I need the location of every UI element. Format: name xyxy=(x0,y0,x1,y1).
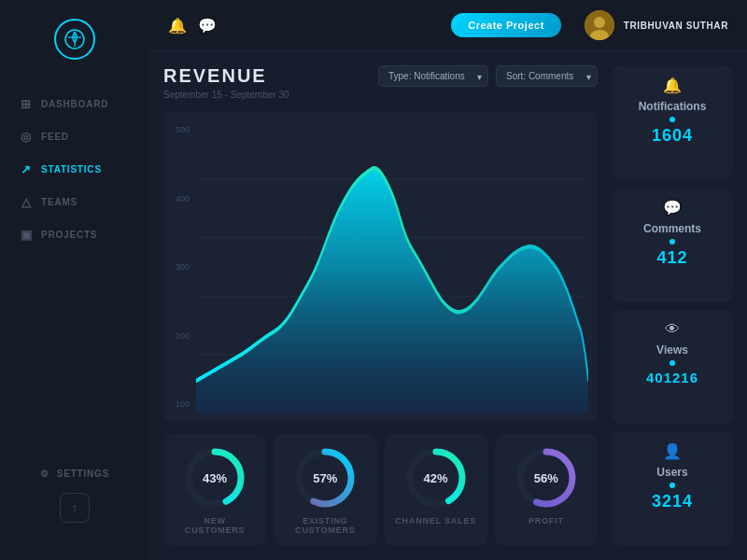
metric-name-views: Views xyxy=(656,343,688,357)
app-container: ⊞ DASHBOARD ◎ FEED ↗ STATISTICS △ TEAMS … xyxy=(0,0,747,560)
create-project-button[interactable]: Create Project xyxy=(451,13,561,37)
svg-point-2 xyxy=(594,17,605,28)
sort-filter[interactable]: Sort: Comments xyxy=(496,65,598,87)
y-label-200: 200 xyxy=(163,331,190,341)
stat-label-new-customers: NEW CUSTOMERS xyxy=(173,516,257,535)
donut-new-customers: 43% xyxy=(182,445,247,511)
donut-existing-customers: 57% xyxy=(292,445,358,511)
avatar xyxy=(585,10,614,40)
metric-dot-users xyxy=(669,483,675,488)
metric-card-comments: 💬 Comments 412 xyxy=(612,188,733,302)
sidebar-label-statistics: STATISTICS xyxy=(41,164,102,175)
sidebar: ⊞ DASHBOARD ◎ FEED ↗ STATISTICS △ TEAMS … xyxy=(0,0,149,560)
stat-card-new-customers: 43% NEW CUSTOMERS xyxy=(163,434,266,546)
chart-y-labels: 100 200 300 400 500 xyxy=(163,120,190,413)
sidebar-bottom: ⚙ SETTINGS ↑ xyxy=(21,450,128,541)
metric-card-users: 👤 Users 3214 xyxy=(612,431,733,546)
bottom-stats: 43% NEW CUSTOMERS xyxy=(163,434,598,546)
sidebar-logo xyxy=(54,19,95,60)
main-content: 🔔 💬 Create Project TRIBHUVAN SUTHAR xyxy=(149,0,747,560)
sort-filter-wrapper: Sort: Comments xyxy=(496,65,598,87)
user-section: TRIBHUVAN SUTHAR xyxy=(585,10,728,40)
topbar: 🔔 💬 Create Project TRIBHUVAN SUTHAR xyxy=(149,0,747,51)
teams-icon: △ xyxy=(19,195,34,209)
chart-title-block: REVENUE September 15 - September 30 xyxy=(163,65,289,100)
metric-card-notifications: 🔔 Notifications 1604 xyxy=(612,65,733,180)
donut-channel-sales: 42% xyxy=(403,445,469,511)
donut-text-channel-sales: 42% xyxy=(424,471,448,485)
metric-value-notifications: 1604 xyxy=(652,126,693,146)
share-icon: ↑ xyxy=(72,500,78,515)
donut-profit: 56% xyxy=(514,445,579,511)
metric-value-comments: 412 xyxy=(656,248,687,268)
stat-label-channel-sales: CHANNEL SALES xyxy=(395,516,476,525)
stat-label-profit: PROFIT xyxy=(529,516,564,525)
metric-dot-notifications xyxy=(669,117,675,122)
sidebar-item-projects[interactable]: ▣ PROJECTS xyxy=(0,218,149,251)
chart-subtitle: September 15 - September 30 xyxy=(163,90,289,100)
stat-label-existing-customers: EXISTING CUSTOMERS xyxy=(283,516,367,535)
metric-dot-comments xyxy=(669,239,675,245)
sidebar-item-teams[interactable]: △ TEAMS xyxy=(0,186,149,218)
metric-dot-views xyxy=(669,360,675,366)
chart-header: REVENUE September 15 - September 30 Type… xyxy=(163,65,598,100)
donut-text-new-customers: 43% xyxy=(203,471,227,485)
type-filter-wrapper: Type: Notifications xyxy=(378,65,488,87)
y-label-500: 500 xyxy=(163,125,190,134)
y-label-100: 100 xyxy=(163,399,190,409)
sidebar-label-teams: TEAMS xyxy=(41,197,78,207)
y-label-300: 300 xyxy=(163,262,190,272)
chart-section: REVENUE September 15 - September 30 Type… xyxy=(163,65,598,546)
share-button[interactable]: ↑ xyxy=(60,493,90,523)
metric-name-users: Users xyxy=(656,466,687,479)
sidebar-label-settings: SETTINGS xyxy=(57,469,109,479)
area-fill xyxy=(196,168,588,413)
sidebar-label-dashboard: DASHBOARD xyxy=(41,99,108,109)
content-area: REVENUE September 15 - September 30 Type… xyxy=(149,51,747,560)
metric-name-notifications: Notifications xyxy=(639,100,707,113)
area-chart-container: 100 200 300 400 500 xyxy=(163,111,598,423)
metric-name-comments: Comments xyxy=(643,222,701,235)
stat-card-profit: 56% PROFIT xyxy=(495,434,598,546)
users-icon: 👤 xyxy=(663,442,682,460)
chat-icon[interactable]: 💬 xyxy=(198,17,217,35)
notifications-icon: 🔔 xyxy=(663,77,682,94)
user-name: TRIBHUVAN SUTHAR xyxy=(624,21,728,31)
right-panel: 🔔 Notifications 1604 💬 Comments 412 👁 Vi… xyxy=(612,65,733,546)
views-icon: 👁 xyxy=(665,321,680,338)
donut-text-profit: 56% xyxy=(534,471,558,485)
sidebar-item-feed[interactable]: ◎ FEED xyxy=(0,120,149,153)
sidebar-item-settings[interactable]: ⚙ SETTINGS xyxy=(40,469,109,479)
projects-icon: ▣ xyxy=(19,228,34,242)
settings-icon: ⚙ xyxy=(40,469,49,479)
stat-card-channel-sales: 42% CHANNEL SALES xyxy=(385,434,487,546)
sidebar-navigation: ⊞ DASHBOARD ◎ FEED ↗ STATISTICS △ TEAMS … xyxy=(0,88,149,450)
chart-filters: Type: Notifications Sort: Comments xyxy=(378,65,598,87)
donut-text-existing-customers: 57% xyxy=(313,471,337,485)
metric-card-views: 👁 Views 401216 xyxy=(612,310,733,425)
type-filter[interactable]: Type: Notifications xyxy=(378,65,488,87)
sidebar-item-statistics[interactable]: ↗ STATISTICS xyxy=(0,153,149,186)
dashboard-icon: ⊞ xyxy=(19,97,34,111)
y-label-400: 400 xyxy=(163,194,190,203)
sidebar-item-dashboard[interactable]: ⊞ DASHBOARD xyxy=(0,88,149,120)
sidebar-label-projects: PROJECTS xyxy=(41,230,97,240)
stat-card-existing-customers: 57% EXISTING CUSTOMERS xyxy=(274,434,376,546)
feed-icon: ◎ xyxy=(19,130,34,144)
statistics-icon: ↗ xyxy=(19,162,34,176)
chart-title: REVENUE xyxy=(163,65,289,87)
bell-icon[interactable]: 🔔 xyxy=(168,17,187,35)
metric-value-users: 3214 xyxy=(652,492,693,511)
chart-area xyxy=(196,120,588,413)
metric-value-views: 401216 xyxy=(646,370,698,385)
topbar-icons: 🔔 💬 xyxy=(168,17,437,35)
sidebar-label-feed: FEED xyxy=(41,132,69,142)
comments-icon: 💬 xyxy=(663,199,682,217)
